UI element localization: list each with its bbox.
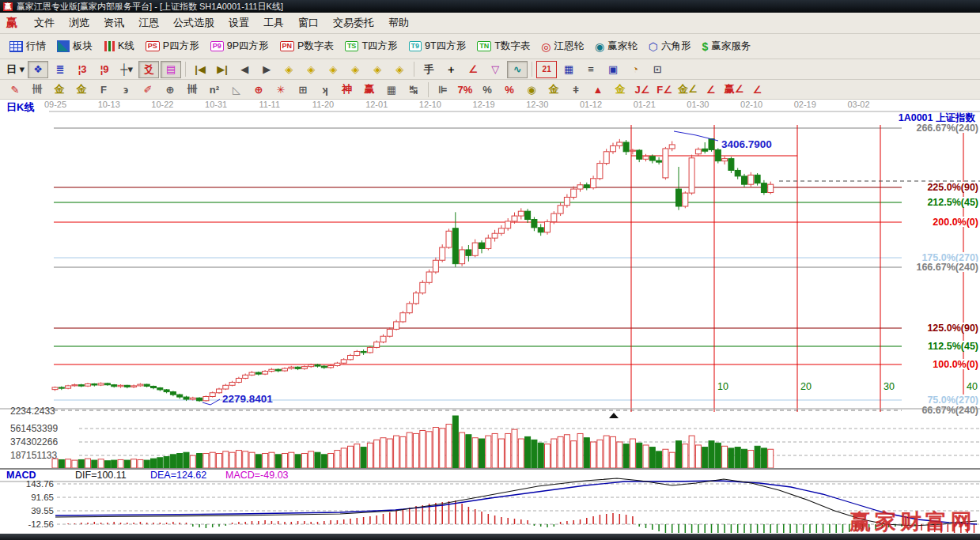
toolbar-button-t-square[interactable]: TST四方形 [340,36,403,57]
win-angle-button[interactable]: 赢∠ [723,81,746,98]
volume-bar [498,439,504,468]
f-angle-button[interactable]: F∠ [654,81,675,98]
menu-item-7[interactable]: 窗口 [291,13,326,32]
fibonacci-grid-button[interactable]: F [93,81,114,98]
workstation-button[interactable]: ⊡ [647,61,668,78]
volume-bar [66,459,71,468]
bars-9-button[interactable]: ¦9 [94,61,115,78]
title-bar[interactable]: 赢 赢家江恩专业版[赢家内部服务平台] - [上证指数 SH1A0001-111… [0,0,980,13]
diamond-prev-button[interactable]: ◈ [278,61,299,78]
gold-angle-button[interactable]: 金∠ [676,81,699,98]
gold-yellow-button[interactable]: 金 [610,81,630,98]
gold-grid-button[interactable]: 金 [49,81,70,98]
menu-item-4[interactable]: 公式选股 [166,13,221,32]
sector-view-label: 板块 [73,40,93,53]
first-page-button[interactable]: |◀ [190,61,210,78]
diamond-expand-x-button[interactable]: ◈ [323,61,343,78]
volume-bar [335,451,340,468]
toolbar-button-winner-wheel[interactable]: ◉赢家轮 [590,36,642,57]
toolbar-button-p-square[interactable]: PSP四方形 [141,36,204,57]
percent-button[interactable]: % [477,81,498,98]
toolbar-button-winner-service[interactable]: $赢家服务 [697,36,755,57]
mark-pen-button[interactable]: ✐ [138,81,158,98]
number-grid-button[interactable]: ▦ [381,81,402,98]
brush-tool-button[interactable]: ✎ [5,81,25,98]
menu-item-0[interactable]: 文件 [27,13,62,32]
volume-bar [151,459,157,468]
j-angle-button[interactable]: J∠ [632,81,653,98]
bars-3-button[interactable]: ¦3 [72,61,93,78]
gann-fan-button[interactable]: ▽ [485,61,505,78]
diamond-next-button[interactable]: ◈ [301,61,321,78]
menu-item-1[interactable]: 浏览 [62,13,96,32]
calendar-button[interactable]: 21 [536,61,557,78]
toolbar-button-kline-view[interactable]: K线 [99,36,139,57]
diamond-shrink-button[interactable]: ◈ [345,61,365,78]
percent-line-button[interactable]: % [499,81,520,98]
toolbar-button-t9-square[interactable]: T99T四方形 [404,36,471,57]
menu-item-3[interactable]: 江恩 [131,13,166,32]
t-number-table-label: T数字表 [494,40,530,53]
percent-slash-button[interactable]: 7% [455,81,475,98]
toolbar-button-hexagon[interactable]: ⬡六角形 [644,36,696,57]
prev-page-button[interactable]: ◀ [234,61,255,78]
menu-item-8[interactable]: 交易委托 [326,13,381,32]
volume-scale-label: 561453399 [10,423,58,434]
stat-table-button[interactable]: ⊫ [433,81,453,98]
boxed-web-button[interactable]: ⊞ [293,81,313,98]
split-line-button[interactable]: ǂ [566,81,586,98]
candle-body [138,384,143,386]
toolbar-button-p-number-table[interactable]: PNP数字表 [275,36,339,57]
bar-count-button[interactable]: 卌 [182,81,202,98]
calculator-button[interactable]: ▦ [558,61,579,78]
toolbar-button-p9-square[interactable]: P99P四方形 [206,36,274,57]
toolbar-button-t-number-table[interactable]: TNT数字表 [472,36,535,57]
spiral-tool-button[interactable]: ϶ [115,81,136,98]
candle-style-button[interactable]: ┼▾ [116,61,137,78]
angle-ruler-button[interactable]: ◺ [226,81,247,98]
n-square-button[interactable]: n² [204,81,225,98]
menu-item-9[interactable]: 帮助 [381,13,416,32]
gann-knot-button[interactable]: ❖ [28,61,48,78]
win-grid-button[interactable]: 赢 [359,81,380,98]
cycle-circle-button[interactable]: ⊕ [160,81,180,98]
quad-angle-button[interactable]: ∠ [747,81,767,98]
next-page-button[interactable]: ▶ [256,61,277,78]
menu-item-2[interactable]: 资讯 [96,13,131,32]
period-selector-button[interactable]: 日 ▾ [5,61,26,78]
gann-web-button[interactable]: ✳ [271,81,291,98]
last-page-button[interactable]: ▶| [212,61,233,78]
speed-line-button[interactable]: ∠ [701,81,721,98]
toolbar-button-gann-wheel[interactable]: ◎江恩轮 [536,36,588,57]
gold-level-button[interactable]: 金 [543,81,564,98]
chart-clock-button[interactable]: ◔ [625,61,645,78]
gann-target-button[interactable]: ⊕ [248,81,269,98]
candle-body [649,157,655,160]
diamond-fit-button[interactable]: ◈ [389,61,410,78]
save-button[interactable]: ▣ [603,61,623,78]
angle-measure-button[interactable]: ∠ [463,61,483,78]
menu-item-6[interactable]: 工具 [256,13,291,32]
time-count-label: 30 [884,381,895,392]
drag-hand-button[interactable]: 手 [418,61,439,78]
volume-bar [52,459,58,468]
wave-line-button[interactable]: ∿ [507,61,528,78]
k-mark-button[interactable]: ʞ [315,81,335,98]
color-analysis-button[interactable]: ▤ [161,61,181,78]
toolbar-button-quote-view[interactable]: 行情 [5,36,51,57]
candle-body [118,385,123,386]
diamond-expand-all-button[interactable]: ◈ [367,61,388,78]
shen-grid-button[interactable]: 神 [337,81,358,98]
gold-grid-2-button[interactable]: 金 [71,81,92,98]
fan-tool-button[interactable]: ▲ [588,81,608,98]
pattern-tool-button[interactable]: 爻 [138,61,159,78]
time-grid-button[interactable]: 卌 [27,81,47,98]
info-list-button[interactable]: ≣ [50,61,70,78]
range-marker-button[interactable]: ↹ [403,81,424,98]
gold-circle-button[interactable]: ◉ [521,81,542,98]
memo-button[interactable]: ≡ [581,61,601,78]
toolbar-button-sector-view[interactable]: 板块 [52,36,97,57]
menu-item-5[interactable]: 设置 [221,13,256,32]
candle-body [92,384,97,385]
crosshair-button[interactable]: ＋ [441,61,461,78]
